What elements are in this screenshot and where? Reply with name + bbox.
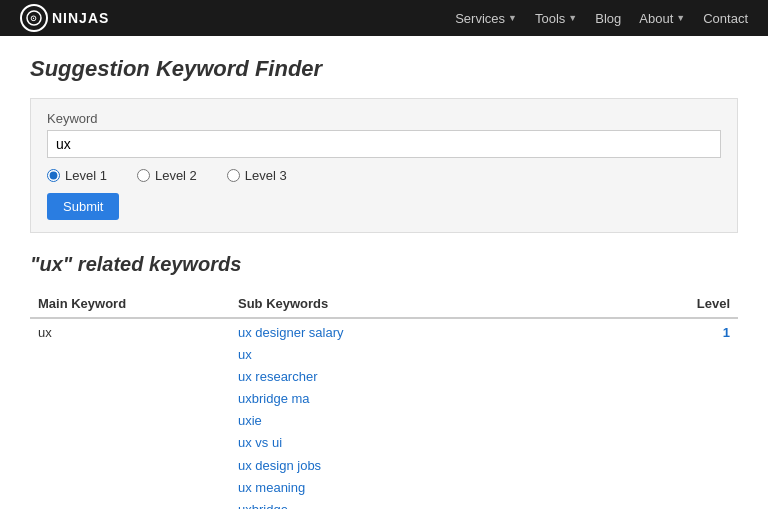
level-options: Level 1 Level 2 Level 3 <box>47 168 721 183</box>
page-title: Suggestion Keyword Finder <box>30 56 738 82</box>
results-heading: "ux" related keywords <box>30 253 738 276</box>
about-dropdown-arrow: ▼ <box>676 13 685 23</box>
level3-option[interactable]: Level 3 <box>227 168 287 183</box>
sub-keyword-link[interactable]: ux design jobs <box>238 455 670 477</box>
logo[interactable]: ⊙ NINJAS <box>20 4 109 32</box>
level3-radio[interactable] <box>227 169 240 182</box>
level1-option[interactable]: Level 1 <box>47 168 107 183</box>
sub-keyword-link[interactable]: uxbridge ma <box>238 388 670 410</box>
level2-option[interactable]: Level 2 <box>137 168 197 183</box>
svg-text:⊙: ⊙ <box>30 14 37 23</box>
navigation: ⊙ NINJAS Services ▼ Tools ▼ Blog About ▼… <box>0 0 768 36</box>
sub-keyword-link[interactable]: ux <box>238 344 670 366</box>
results-table: Main Keyword Sub Keywords Level uxux des… <box>30 290 738 509</box>
col-main-keyword: Main Keyword <box>30 290 230 318</box>
nav-contact[interactable]: Contact <box>703 11 748 26</box>
services-dropdown-arrow: ▼ <box>508 13 517 23</box>
keyword-input[interactable] <box>47 130 721 158</box>
tools-dropdown-arrow: ▼ <box>568 13 577 23</box>
nav-services[interactable]: Services ▼ <box>455 11 517 26</box>
sub-keyword-link[interactable]: ux vs ui <box>238 432 670 454</box>
level-cell: 1 <box>678 318 738 509</box>
main-content: Suggestion Keyword Finder Keyword Level … <box>0 36 768 509</box>
sub-keyword-link[interactable]: ux designer salary <box>238 322 670 344</box>
sub-keyword-link[interactable]: ux meaning <box>238 477 670 499</box>
logo-text: NINJAS <box>52 10 109 26</box>
sub-keyword-link[interactable]: ux researcher <box>238 366 670 388</box>
sub-keywords-cell: ux designer salaryuxux researcheruxbridg… <box>230 318 678 509</box>
nav-about[interactable]: About ▼ <box>639 11 685 26</box>
col-sub-keywords: Sub Keywords <box>230 290 678 318</box>
level2-radio[interactable] <box>137 169 150 182</box>
sub-keyword-link[interactable]: uxbridge <box>238 499 670 509</box>
sub-keyword-link[interactable]: uxie <box>238 410 670 432</box>
submit-button[interactable]: Submit <box>47 193 119 220</box>
nav-tools[interactable]: Tools ▼ <box>535 11 577 26</box>
nav-links: Services ▼ Tools ▼ Blog About ▼ Contact <box>455 11 748 26</box>
main-keyword-cell: ux <box>30 318 230 509</box>
logo-icon: ⊙ <box>20 4 48 32</box>
col-level: Level <box>678 290 738 318</box>
form-panel: Keyword Level 1 Level 2 Level 3 Submit <box>30 98 738 233</box>
level1-radio[interactable] <box>47 169 60 182</box>
table-row: uxux designer salaryuxux researcheruxbri… <box>30 318 738 509</box>
nav-blog[interactable]: Blog <box>595 11 621 26</box>
keyword-label: Keyword <box>47 111 721 126</box>
